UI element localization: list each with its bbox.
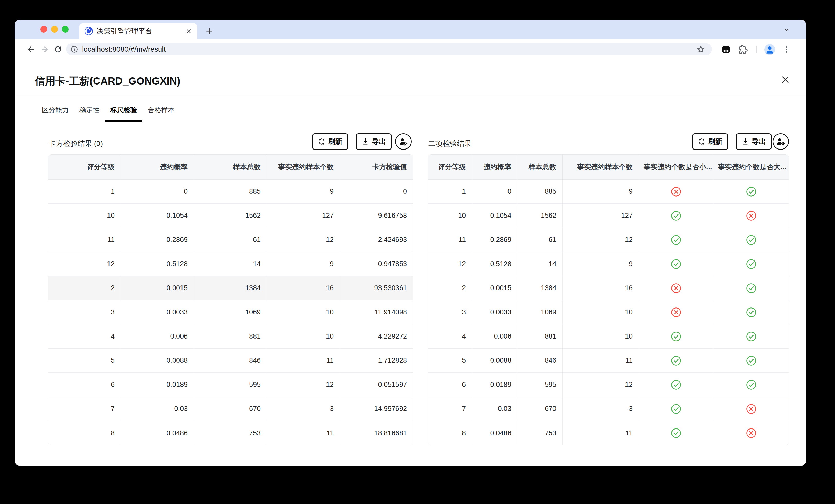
table-row[interactable]: 50.0088846111.712828 bbox=[48, 349, 413, 373]
page-close-icon[interactable] bbox=[779, 74, 792, 86]
table-cell: 1 bbox=[48, 180, 121, 204]
status-cell bbox=[713, 349, 789, 373]
table-cell: 2 bbox=[428, 276, 472, 300]
table-row[interactable]: 50.008884611 bbox=[428, 349, 789, 373]
table-cell: 7 bbox=[48, 397, 121, 421]
extensions-puzzle-icon[interactable] bbox=[737, 44, 748, 55]
chi-square-export-button[interactable]: 导出 bbox=[356, 133, 392, 150]
table-cell: 2 bbox=[48, 276, 121, 300]
page-tab-2[interactable]: 稳定性 bbox=[74, 100, 105, 122]
column-header: 违约概率 bbox=[472, 155, 518, 179]
table-row[interactable]: 20.0015138416 bbox=[428, 276, 789, 300]
tab-close-icon[interactable] bbox=[185, 27, 193, 35]
table-row[interactable]: 1088590 bbox=[48, 180, 413, 204]
new-tab-button[interactable] bbox=[202, 24, 217, 38]
status-cell bbox=[713, 180, 789, 204]
table-row[interactable]: 60.018959512 bbox=[428, 373, 789, 397]
chi-square-column-settings-button[interactable] bbox=[395, 133, 412, 150]
table-row[interactable]: 30.0033106910 bbox=[428, 300, 789, 324]
table-row[interactable]: 70.03670314.997692 bbox=[48, 397, 413, 421]
table-row[interactable]: 60.0189595120.051597 bbox=[48, 373, 413, 397]
page-content: 信用卡-工薪(CARD_GONGXIN) 区分能力稳定性标尺检验合格样本 卡方检… bbox=[15, 60, 806, 466]
table-cell: 12 bbox=[267, 373, 340, 397]
table-cell: 16 bbox=[267, 276, 340, 300]
header-divider bbox=[15, 94, 806, 95]
table-cell: 0.0033 bbox=[121, 300, 194, 324]
table-row[interactable]: 108859 bbox=[428, 180, 789, 204]
table-row[interactable]: 100.10541562127 bbox=[428, 204, 789, 228]
table-cell: 10 bbox=[48, 204, 121, 228]
status-cell bbox=[713, 397, 789, 421]
table-cell: 4 bbox=[428, 324, 472, 348]
table-cell: 0.0088 bbox=[121, 349, 194, 373]
pass-check-icon bbox=[671, 356, 681, 366]
table-cell: 0.5128 bbox=[472, 252, 518, 276]
back-icon[interactable] bbox=[26, 44, 36, 55]
table-row[interactable]: 80.04867531118.816681 bbox=[48, 421, 413, 445]
table-cell: 1562 bbox=[194, 204, 267, 228]
page-tab-3[interactable]: 标尺检验 bbox=[105, 100, 142, 122]
table-cell: 11 bbox=[267, 421, 340, 445]
status-cell bbox=[713, 276, 789, 300]
address-bar[interactable]: localhost:8080/#/mv/result bbox=[66, 43, 712, 56]
table-cell: 11 bbox=[563, 421, 639, 445]
table-cell: 7 bbox=[428, 397, 472, 421]
binomial-refresh-button[interactable]: 刷新 bbox=[692, 133, 728, 150]
pass-check-icon bbox=[671, 259, 681, 269]
site-info-icon[interactable] bbox=[70, 45, 78, 54]
table-row[interactable]: 110.286961122.424693 bbox=[48, 228, 413, 252]
dark-extension-icon[interactable] bbox=[720, 44, 731, 55]
tab-list-chevron-down-icon[interactable] bbox=[782, 25, 791, 35]
table-cell: 885 bbox=[194, 180, 267, 204]
column-header: 评分等级 bbox=[428, 155, 472, 179]
table-row[interactable]: 70.036703 bbox=[428, 397, 789, 421]
window-zoom-button[interactable] bbox=[62, 26, 69, 33]
window-minimize-button[interactable] bbox=[51, 26, 58, 33]
table-cell: 881 bbox=[194, 324, 267, 348]
table-cell: 1069 bbox=[518, 300, 563, 324]
table-cell: 0.947853 bbox=[340, 252, 413, 276]
table-row[interactable]: 80.048675311 bbox=[428, 421, 789, 445]
reload-icon[interactable] bbox=[53, 44, 63, 55]
refresh-button-label: 刷新 bbox=[328, 136, 342, 146]
browser-tab[interactable]: 决策引擎管理平台 bbox=[79, 23, 198, 39]
table-row[interactable]: 110.28696112 bbox=[428, 228, 789, 252]
status-cell bbox=[639, 397, 713, 421]
table-row[interactable]: 120.5128149 bbox=[428, 252, 789, 276]
table-cell: 4.229272 bbox=[340, 324, 413, 348]
status-cell bbox=[713, 228, 789, 252]
status-cell bbox=[639, 324, 713, 348]
profile-avatar[interactable] bbox=[764, 44, 775, 55]
table-row[interactable]: 120.51281490.947853 bbox=[48, 252, 413, 276]
table-row[interactable]: 40.006881104.229272 bbox=[48, 324, 413, 349]
table-row[interactable]: 40.00688110 bbox=[428, 324, 789, 349]
bookmark-star-icon[interactable] bbox=[696, 45, 705, 54]
table-row[interactable]: 20.001513841693.530361 bbox=[48, 276, 413, 300]
column-header: 事实违约个数是否大... bbox=[713, 155, 789, 179]
page-tab-4[interactable]: 合格样本 bbox=[142, 100, 180, 122]
table-cell: 881 bbox=[518, 324, 563, 348]
table-row[interactable]: 100.105415621279.616758 bbox=[48, 204, 413, 228]
page-tabs: 区分能力稳定性标尺检验合格样本 bbox=[37, 100, 180, 122]
status-cell bbox=[639, 228, 713, 252]
screen-background: { "browser": { "tab_title": "决策引擎管理平台", … bbox=[0, 0, 835, 504]
binomial-export-button[interactable]: 导出 bbox=[736, 133, 772, 150]
table-cell: 0.0486 bbox=[121, 421, 194, 445]
column-header: 样本总数 bbox=[194, 155, 267, 179]
binomial-section-title: 二项检验结果 bbox=[428, 139, 471, 148]
window-close-button[interactable] bbox=[40, 26, 47, 33]
table-cell: 0 bbox=[340, 180, 413, 204]
column-header: 卡方检验值 bbox=[340, 155, 413, 179]
browser-menu-kebab-icon[interactable] bbox=[781, 44, 792, 55]
status-cell bbox=[639, 252, 713, 276]
url-text[interactable]: localhost:8080/#/mv/result bbox=[82, 45, 696, 54]
forward-icon[interactable] bbox=[39, 44, 49, 55]
chi-square-refresh-button[interactable]: 刷新 bbox=[312, 133, 348, 150]
page-tab-1[interactable]: 区分能力 bbox=[37, 100, 74, 122]
table-cell: 0 bbox=[121, 180, 194, 204]
table-cell: 670 bbox=[194, 397, 267, 421]
table-row[interactable]: 30.003310691011.914098 bbox=[48, 300, 413, 324]
column-header: 事实违约样本个数 bbox=[267, 155, 340, 179]
binomial-column-settings-button[interactable] bbox=[773, 133, 789, 150]
table-cell: 0.0088 bbox=[472, 349, 518, 373]
